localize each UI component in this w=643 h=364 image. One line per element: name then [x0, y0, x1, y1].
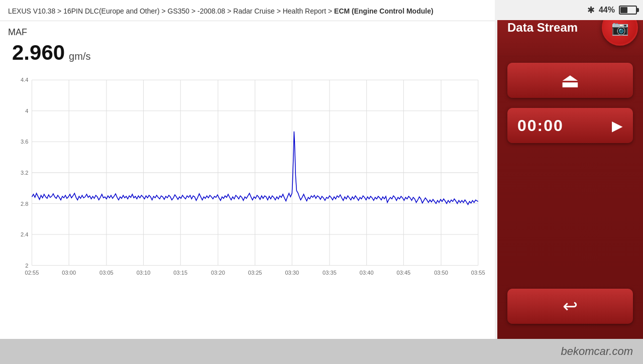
- x-label-0325: 03:25: [248, 270, 262, 276]
- main-content: LEXUS V10.38 > 16PIN DLC(Europe and Othe…: [0, 0, 495, 364]
- camera-icon: 📷: [611, 20, 629, 36]
- y-label-4-4: 4.4: [21, 77, 28, 83]
- battery-percentage: 44%: [599, 6, 615, 15]
- data-chart: 4.4 4 3.6 3.2 2.8 2.4 2: [4, 75, 491, 276]
- breadcrumb-path: LEXUS V10.38 > 16PIN DLC(Europe and Othe…: [8, 7, 334, 15]
- sensor-label: MAF: [0, 21, 495, 40]
- x-label-0350: 03:50: [434, 270, 448, 276]
- breadcrumb-current: ECM (Engine Control Module): [334, 7, 434, 15]
- y-label-3-2: 3.2: [21, 170, 28, 176]
- x-label-0330: 03:30: [285, 270, 299, 276]
- sensor-unit: gm/s: [69, 51, 90, 62]
- x-label-0345: 03:45: [396, 270, 410, 276]
- y-label-3-6: 3.6: [21, 139, 28, 145]
- y-label-2-4: 2.4: [21, 231, 28, 237]
- export-button[interactable]: ⏏: [507, 63, 633, 98]
- brand-label: bekomcar.com: [561, 345, 633, 358]
- x-label-0340: 03:40: [360, 270, 374, 276]
- x-label-0255: 02:55: [25, 270, 39, 276]
- y-label-4: 4: [25, 108, 28, 114]
- y-label-2-8: 2.8: [21, 200, 28, 206]
- x-label-0310: 03:10: [137, 270, 151, 276]
- data-stream-label: Data Stream: [507, 21, 602, 35]
- y-label-2: 2: [25, 263, 28, 269]
- bluetooth-icon: ✱: [587, 5, 595, 16]
- sensor-value-row: 2.960 gm/s: [0, 40, 495, 71]
- play-icon: ▶: [612, 117, 623, 134]
- footer: bekomcar.com: [0, 339, 643, 364]
- sidebar: Data Stream 📷 ⏏ 00:00 ▶ ↩: [497, 0, 643, 339]
- sensor-value: 2.960: [12, 41, 65, 65]
- battery-icon: [619, 6, 637, 15]
- x-label-0335: 03:35: [323, 270, 337, 276]
- back-icon: ↩: [563, 296, 578, 317]
- breadcrumb: LEXUS V10.38 > 16PIN DLC(Europe and Othe…: [0, 0, 495, 21]
- export-icon: ⏏: [561, 69, 580, 92]
- back-button[interactable]: ↩: [507, 289, 633, 324]
- x-label-0355: 03:55: [471, 270, 485, 276]
- x-label-0300: 03:00: [62, 270, 76, 276]
- timer-row[interactable]: 00:00 ▶: [507, 108, 633, 143]
- status-bar: ✱ 44%: [497, 0, 643, 20]
- timer-display: 00:00: [517, 116, 564, 135]
- x-label-0315: 03:15: [173, 270, 187, 276]
- x-label-0305: 03:05: [99, 270, 114, 276]
- x-label-0320: 03:20: [211, 270, 225, 276]
